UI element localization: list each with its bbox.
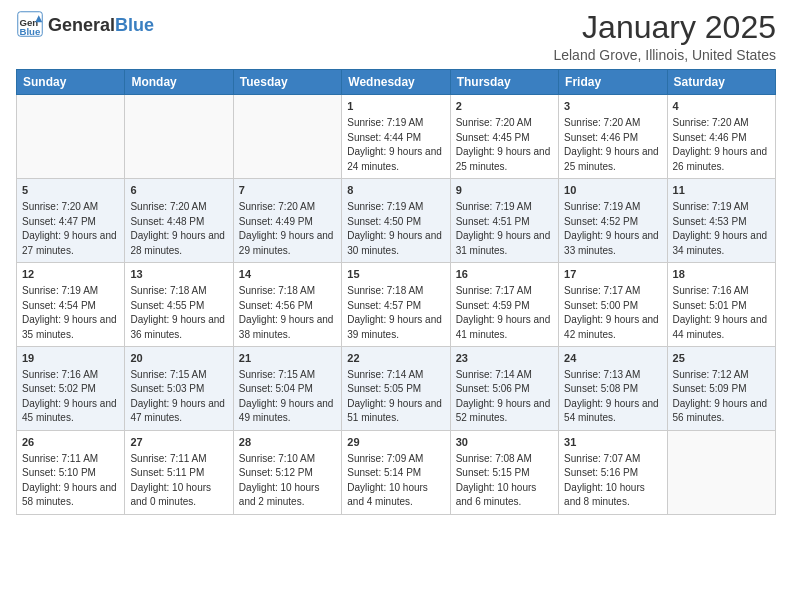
calendar-cell: 22Sunrise: 7:14 AM Sunset: 5:05 PM Dayli… (342, 347, 450, 431)
calendar-week-5: 26Sunrise: 7:11 AM Sunset: 5:10 PM Dayli… (17, 430, 776, 514)
day-info: Sunrise: 7:10 AM Sunset: 5:12 PM Dayligh… (239, 452, 336, 510)
day-info: Sunrise: 7:19 AM Sunset: 4:54 PM Dayligh… (22, 284, 119, 342)
day-number: 25 (673, 351, 770, 367)
day-number: 20 (130, 351, 227, 367)
day-info: Sunrise: 7:19 AM Sunset: 4:53 PM Dayligh… (673, 200, 770, 258)
day-number: 9 (456, 183, 553, 199)
day-info: Sunrise: 7:18 AM Sunset: 4:57 PM Dayligh… (347, 284, 444, 342)
calendar: SundayMondayTuesdayWednesdayThursdayFrid… (16, 69, 776, 515)
calendar-cell: 24Sunrise: 7:13 AM Sunset: 5:08 PM Dayli… (559, 347, 667, 431)
day-number: 13 (130, 267, 227, 283)
calendar-cell: 31Sunrise: 7:07 AM Sunset: 5:16 PM Dayli… (559, 430, 667, 514)
day-number: 2 (456, 99, 553, 115)
weekday-monday: Monday (125, 70, 233, 95)
day-info: Sunrise: 7:09 AM Sunset: 5:14 PM Dayligh… (347, 452, 444, 510)
day-number: 1 (347, 99, 444, 115)
day-info: Sunrise: 7:14 AM Sunset: 5:06 PM Dayligh… (456, 368, 553, 426)
day-number: 4 (673, 99, 770, 115)
calendar-week-1: 1Sunrise: 7:19 AM Sunset: 4:44 PM Daylig… (17, 95, 776, 179)
calendar-cell: 6Sunrise: 7:20 AM Sunset: 4:48 PM Daylig… (125, 179, 233, 263)
header: Gen Blue GeneralBlue January 2025 Leland… (16, 10, 776, 63)
day-info: Sunrise: 7:11 AM Sunset: 5:10 PM Dayligh… (22, 452, 119, 510)
day-info: Sunrise: 7:20 AM Sunset: 4:46 PM Dayligh… (564, 116, 661, 174)
calendar-cell (17, 95, 125, 179)
day-number: 10 (564, 183, 661, 199)
day-info: Sunrise: 7:20 AM Sunset: 4:46 PM Dayligh… (673, 116, 770, 174)
calendar-cell: 4Sunrise: 7:20 AM Sunset: 4:46 PM Daylig… (667, 95, 775, 179)
calendar-cell: 16Sunrise: 7:17 AM Sunset: 4:59 PM Dayli… (450, 263, 558, 347)
day-number: 17 (564, 267, 661, 283)
calendar-cell: 7Sunrise: 7:20 AM Sunset: 4:49 PM Daylig… (233, 179, 341, 263)
weekday-saturday: Saturday (667, 70, 775, 95)
day-number: 30 (456, 435, 553, 451)
calendar-cell: 19Sunrise: 7:16 AM Sunset: 5:02 PM Dayli… (17, 347, 125, 431)
day-info: Sunrise: 7:19 AM Sunset: 4:44 PM Dayligh… (347, 116, 444, 174)
weekday-thursday: Thursday (450, 70, 558, 95)
calendar-cell: 23Sunrise: 7:14 AM Sunset: 5:06 PM Dayli… (450, 347, 558, 431)
calendar-cell (125, 95, 233, 179)
day-info: Sunrise: 7:17 AM Sunset: 5:00 PM Dayligh… (564, 284, 661, 342)
calendar-cell: 17Sunrise: 7:17 AM Sunset: 5:00 PM Dayli… (559, 263, 667, 347)
day-info: Sunrise: 7:16 AM Sunset: 5:02 PM Dayligh… (22, 368, 119, 426)
calendar-cell: 25Sunrise: 7:12 AM Sunset: 5:09 PM Dayli… (667, 347, 775, 431)
day-number: 12 (22, 267, 119, 283)
page: Gen Blue GeneralBlue January 2025 Leland… (0, 0, 792, 525)
day-number: 16 (456, 267, 553, 283)
weekday-header-row: SundayMondayTuesdayWednesdayThursdayFrid… (17, 70, 776, 95)
calendar-cell: 3Sunrise: 7:20 AM Sunset: 4:46 PM Daylig… (559, 95, 667, 179)
day-info: Sunrise: 7:14 AM Sunset: 5:05 PM Dayligh… (347, 368, 444, 426)
calendar-week-4: 19Sunrise: 7:16 AM Sunset: 5:02 PM Dayli… (17, 347, 776, 431)
day-info: Sunrise: 7:19 AM Sunset: 4:51 PM Dayligh… (456, 200, 553, 258)
weekday-sunday: Sunday (17, 70, 125, 95)
day-info: Sunrise: 7:19 AM Sunset: 4:52 PM Dayligh… (564, 200, 661, 258)
day-number: 18 (673, 267, 770, 283)
calendar-week-2: 5Sunrise: 7:20 AM Sunset: 4:47 PM Daylig… (17, 179, 776, 263)
day-info: Sunrise: 7:07 AM Sunset: 5:16 PM Dayligh… (564, 452, 661, 510)
day-info: Sunrise: 7:18 AM Sunset: 4:56 PM Dayligh… (239, 284, 336, 342)
weekday-wednesday: Wednesday (342, 70, 450, 95)
day-info: Sunrise: 7:18 AM Sunset: 4:55 PM Dayligh… (130, 284, 227, 342)
day-number: 7 (239, 183, 336, 199)
calendar-cell: 14Sunrise: 7:18 AM Sunset: 4:56 PM Dayli… (233, 263, 341, 347)
day-number: 22 (347, 351, 444, 367)
calendar-cell: 18Sunrise: 7:16 AM Sunset: 5:01 PM Dayli… (667, 263, 775, 347)
calendar-cell (667, 430, 775, 514)
day-info: Sunrise: 7:20 AM Sunset: 4:48 PM Dayligh… (130, 200, 227, 258)
calendar-cell: 27Sunrise: 7:11 AM Sunset: 5:11 PM Dayli… (125, 430, 233, 514)
calendar-cell: 2Sunrise: 7:20 AM Sunset: 4:45 PM Daylig… (450, 95, 558, 179)
calendar-cell: 1Sunrise: 7:19 AM Sunset: 4:44 PM Daylig… (342, 95, 450, 179)
calendar-cell: 5Sunrise: 7:20 AM Sunset: 4:47 PM Daylig… (17, 179, 125, 263)
logo-icon: Gen Blue (16, 10, 44, 42)
day-info: Sunrise: 7:15 AM Sunset: 5:04 PM Dayligh… (239, 368, 336, 426)
day-number: 28 (239, 435, 336, 451)
day-number: 14 (239, 267, 336, 283)
weekday-tuesday: Tuesday (233, 70, 341, 95)
calendar-cell: 28Sunrise: 7:10 AM Sunset: 5:12 PM Dayli… (233, 430, 341, 514)
day-number: 3 (564, 99, 661, 115)
calendar-cell: 10Sunrise: 7:19 AM Sunset: 4:52 PM Dayli… (559, 179, 667, 263)
calendar-cell: 8Sunrise: 7:19 AM Sunset: 4:50 PM Daylig… (342, 179, 450, 263)
calendar-cell: 15Sunrise: 7:18 AM Sunset: 4:57 PM Dayli… (342, 263, 450, 347)
day-number: 26 (22, 435, 119, 451)
day-info: Sunrise: 7:20 AM Sunset: 4:47 PM Dayligh… (22, 200, 119, 258)
day-info: Sunrise: 7:13 AM Sunset: 5:08 PM Dayligh… (564, 368, 661, 426)
location-title: Leland Grove, Illinois, United States (553, 47, 776, 63)
header-right: January 2025 Leland Grove, Illinois, Uni… (553, 10, 776, 63)
calendar-cell: 29Sunrise: 7:09 AM Sunset: 5:14 PM Dayli… (342, 430, 450, 514)
calendar-cell (233, 95, 341, 179)
calendar-cell: 20Sunrise: 7:15 AM Sunset: 5:03 PM Dayli… (125, 347, 233, 431)
day-number: 11 (673, 183, 770, 199)
logo: Gen Blue GeneralBlue (16, 10, 154, 42)
day-info: Sunrise: 7:17 AM Sunset: 4:59 PM Dayligh… (456, 284, 553, 342)
day-number: 31 (564, 435, 661, 451)
day-info: Sunrise: 7:15 AM Sunset: 5:03 PM Dayligh… (130, 368, 227, 426)
logo-general: GeneralBlue (48, 16, 154, 36)
day-info: Sunrise: 7:11 AM Sunset: 5:11 PM Dayligh… (130, 452, 227, 510)
calendar-cell: 11Sunrise: 7:19 AM Sunset: 4:53 PM Dayli… (667, 179, 775, 263)
day-number: 21 (239, 351, 336, 367)
day-number: 15 (347, 267, 444, 283)
day-info: Sunrise: 7:20 AM Sunset: 4:45 PM Dayligh… (456, 116, 553, 174)
calendar-cell: 30Sunrise: 7:08 AM Sunset: 5:15 PM Dayli… (450, 430, 558, 514)
day-info: Sunrise: 7:20 AM Sunset: 4:49 PM Dayligh… (239, 200, 336, 258)
calendar-week-3: 12Sunrise: 7:19 AM Sunset: 4:54 PM Dayli… (17, 263, 776, 347)
